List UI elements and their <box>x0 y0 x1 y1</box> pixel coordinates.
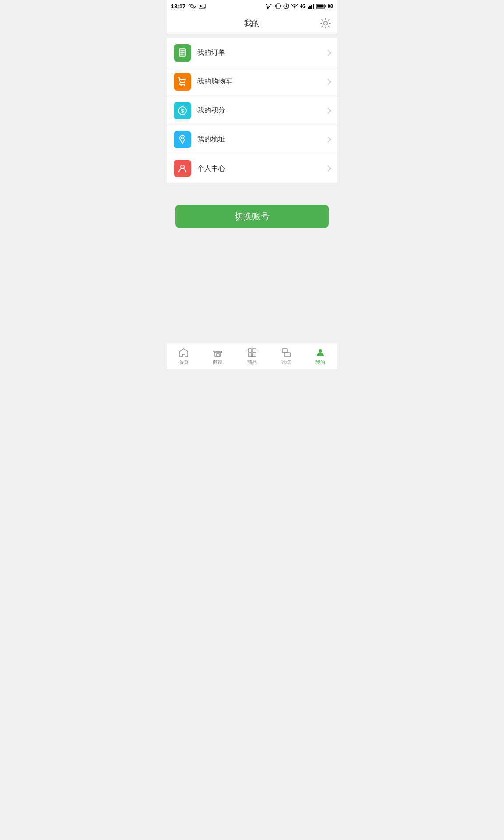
profile-icon-bg <box>174 160 191 177</box>
svg-rect-3 <box>276 4 280 9</box>
address-icon-bg <box>174 131 191 148</box>
cart-icon <box>177 77 188 87</box>
svg-point-2 <box>267 7 269 9</box>
top-gap <box>167 34 337 38</box>
switch-account-section: 切换账号 <box>167 183 337 236</box>
nav-item-mine[interactable]: 我的 <box>303 343 337 369</box>
menu-item-orders[interactable]: 我的订单 <box>167 38 337 67</box>
menu-label-cart: 我的购物车 <box>197 77 326 86</box>
nav-label-forum: 论坛 <box>281 359 291 366</box>
svg-point-22 <box>184 84 186 86</box>
forum-icon <box>281 347 291 358</box>
switch-account-button[interactable]: 切换账号 <box>175 205 329 228</box>
menu-label-points: 我的积分 <box>197 106 326 115</box>
arrow-profile <box>325 165 331 172</box>
svg-line-8 <box>286 6 287 7</box>
nav-label-home: 首页 <box>179 359 189 366</box>
nav-item-goods[interactable]: 商品 <box>235 343 269 369</box>
svg-rect-11 <box>311 5 312 9</box>
svg-rect-30 <box>248 353 252 357</box>
network-type: 4G <box>300 4 305 9</box>
svg-rect-28 <box>248 349 252 352</box>
menu-label-profile: 个人中心 <box>197 164 326 173</box>
arrow-address <box>325 136 331 142</box>
points-icon-bg: $ <box>174 102 191 119</box>
goods-icon <box>247 347 257 358</box>
nav-item-home[interactable]: 首页 <box>167 343 201 369</box>
menu-list: 我的订单 我的购物车 $ 我的积分 <box>167 38 337 183</box>
status-time: 18:17 <box>171 3 206 10</box>
status-bar: 18:17 <box>167 0 337 12</box>
gear-icon <box>320 18 331 29</box>
menu-label-orders: 我的订单 <box>197 48 326 57</box>
menu-item-profile[interactable]: 个人中心 <box>167 154 337 183</box>
bottom-navigation: 首页 商家 商品 论坛 <box>167 343 337 369</box>
svg-rect-14 <box>317 5 323 8</box>
nav-item-forum[interactable]: 论坛 <box>269 343 303 369</box>
clock-icon <box>283 3 289 9</box>
svg-point-25 <box>182 136 184 139</box>
arrow-cart <box>325 78 331 84</box>
svg-text:$: $ <box>181 108 184 114</box>
svg-rect-9 <box>308 7 309 9</box>
battery-level: 98 <box>328 4 333 9</box>
vibrate-icon <box>275 3 281 10</box>
menu-item-cart[interactable]: 我的购物车 <box>167 67 337 96</box>
home-icon <box>178 347 189 358</box>
order-icon <box>177 48 188 58</box>
points-icon: $ <box>177 105 188 116</box>
svg-rect-29 <box>252 349 256 352</box>
svg-rect-31 <box>252 353 256 357</box>
settings-button[interactable] <box>320 18 331 29</box>
svg-rect-10 <box>309 6 311 9</box>
svg-rect-32 <box>282 349 287 353</box>
infinity-icon <box>188 4 196 9</box>
svg-point-21 <box>181 84 182 86</box>
order-icon-bg <box>174 44 191 62</box>
svg-rect-12 <box>313 4 314 9</box>
signal-bars-icon <box>308 4 315 9</box>
svg-rect-27 <box>217 354 219 356</box>
image-icon <box>199 4 206 9</box>
merchant-icon <box>213 347 223 358</box>
address-icon <box>177 134 188 145</box>
nav-label-merchant: 商家 <box>213 359 223 366</box>
wifi-icon <box>291 4 298 9</box>
mine-icon <box>315 347 326 358</box>
status-icons: 4G 98 <box>266 3 333 10</box>
menu-label-address: 我的地址 <box>197 135 326 144</box>
arrow-orders <box>325 49 331 56</box>
profile-icon <box>177 163 188 174</box>
main-content: 我的订单 我的购物车 $ 我的积分 <box>167 34 337 236</box>
nav-item-merchant[interactable]: 商家 <box>201 343 235 369</box>
menu-item-points[interactable]: $ 我的积分 <box>167 96 337 125</box>
nav-label-goods: 商品 <box>247 359 257 366</box>
cart-icon-bg <box>174 73 191 91</box>
page-title: 我的 <box>244 18 260 28</box>
arrow-points <box>325 107 331 113</box>
signal-dot-icon <box>266 3 273 9</box>
nav-label-mine: 我的 <box>315 359 325 366</box>
battery-icon <box>316 4 326 9</box>
svg-point-34 <box>318 349 322 353</box>
page-header: 我的 <box>167 12 337 34</box>
time-display: 18:17 <box>171 3 186 10</box>
svg-point-15 <box>324 21 327 25</box>
menu-item-address[interactable]: 我的地址 <box>167 125 337 154</box>
svg-point-26 <box>181 165 184 168</box>
svg-rect-33 <box>285 353 290 357</box>
